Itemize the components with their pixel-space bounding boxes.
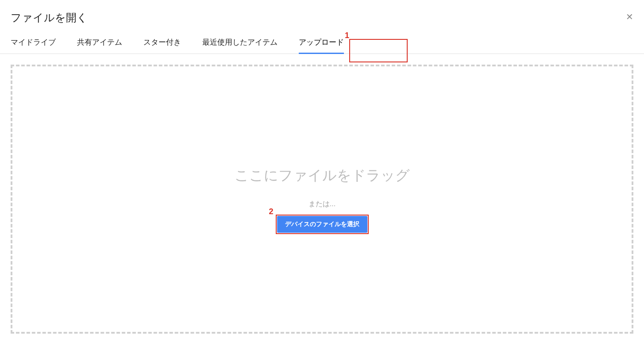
select-device-file-button[interactable]: デバイスのファイルを選択	[277, 216, 367, 233]
select-button-wrap: デバイスのファイルを選択 2	[277, 216, 367, 233]
close-icon: ✕	[626, 12, 633, 22]
tab-my-drive[interactable]: マイドライブ	[11, 37, 56, 54]
or-text: または...	[309, 200, 335, 209]
tab-upload[interactable]: アップロード	[299, 37, 344, 54]
tab-bar: マイドライブ 共有アイテム スター付き 最近使用したアイテム アップロード	[0, 25, 644, 54]
dialog-title: ファイルを開く	[11, 11, 633, 25]
tab-shared[interactable]: 共有アイテム	[77, 37, 122, 54]
upload-drop-area[interactable]: ここにファイルをドラッグ または... デバイスのファイルを選択 2	[11, 65, 633, 334]
annotation-number-2: 2	[269, 207, 274, 216]
close-button[interactable]: ✕	[626, 12, 633, 21]
tab-recent[interactable]: 最近使用したアイテム	[202, 37, 278, 54]
dialog-header: ファイルを開く	[0, 0, 644, 25]
drop-instruction-text: ここにファイルをドラッグ	[235, 166, 410, 185]
tab-starred[interactable]: スター付き	[143, 37, 181, 54]
